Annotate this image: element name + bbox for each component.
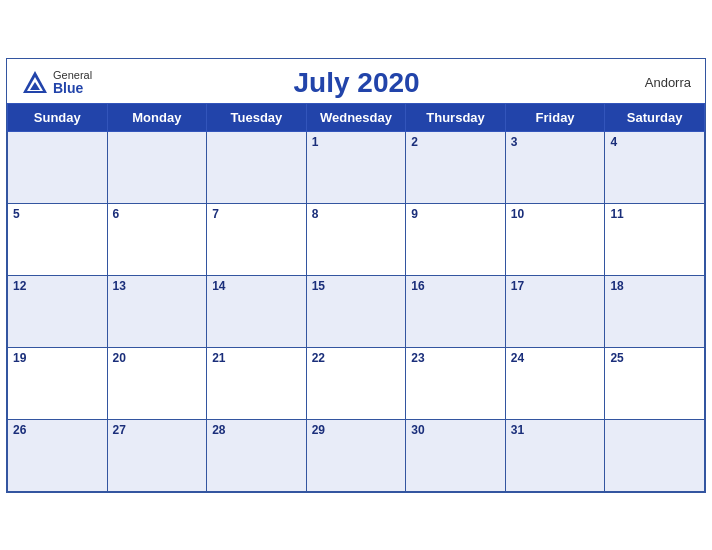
calendar-week-row: 1234 xyxy=(8,131,705,203)
calendar-cell: 18 xyxy=(605,275,705,347)
calendar-cell: 12 xyxy=(8,275,108,347)
calendar-cell: 25 xyxy=(605,347,705,419)
calendar-cell: 20 xyxy=(107,347,207,419)
calendar-cell: 5 xyxy=(8,203,108,275)
day-number: 23 xyxy=(411,351,424,365)
calendar-cell: 27 xyxy=(107,419,207,491)
calendar-week-row: 12131415161718 xyxy=(8,275,705,347)
calendar-grid: Sunday Monday Tuesday Wednesday Thursday… xyxy=(7,103,705,492)
day-number: 29 xyxy=(312,423,325,437)
day-number: 20 xyxy=(113,351,126,365)
day-number: 9 xyxy=(411,207,418,221)
header-saturday: Saturday xyxy=(605,103,705,131)
calendar-cell: 3 xyxy=(505,131,605,203)
day-number: 7 xyxy=(212,207,219,221)
day-number: 31 xyxy=(511,423,524,437)
day-number: 8 xyxy=(312,207,319,221)
calendar-cell: 19 xyxy=(8,347,108,419)
calendar-cell: 4 xyxy=(605,131,705,203)
day-number: 25 xyxy=(610,351,623,365)
day-number: 5 xyxy=(13,207,20,221)
calendar-cell: 29 xyxy=(306,419,406,491)
day-number: 4 xyxy=(610,135,617,149)
header-tuesday: Tuesday xyxy=(207,103,307,131)
calendar-cell: 7 xyxy=(207,203,307,275)
calendar-week-row: 262728293031 xyxy=(8,419,705,491)
calendar-cell: 8 xyxy=(306,203,406,275)
calendar-cell: 31 xyxy=(505,419,605,491)
day-number: 13 xyxy=(113,279,126,293)
calendar-week-row: 567891011 xyxy=(8,203,705,275)
day-number: 16 xyxy=(411,279,424,293)
calendar-cell xyxy=(605,419,705,491)
calendar-cell: 10 xyxy=(505,203,605,275)
calendar-body: 1234567891011121314151617181920212223242… xyxy=(8,131,705,491)
calendar-cell: 6 xyxy=(107,203,207,275)
calendar-cell: 17 xyxy=(505,275,605,347)
calendar-cell: 21 xyxy=(207,347,307,419)
day-number: 1 xyxy=(312,135,319,149)
day-number: 24 xyxy=(511,351,524,365)
logo-area: General Blue xyxy=(21,69,92,97)
logo-text: General Blue xyxy=(53,70,92,95)
calendar-header: General Blue July 2020 Andorra xyxy=(7,59,705,103)
calendar-cell: 28 xyxy=(207,419,307,491)
day-number: 28 xyxy=(212,423,225,437)
calendar-cell: 26 xyxy=(8,419,108,491)
day-number: 22 xyxy=(312,351,325,365)
day-number: 19 xyxy=(13,351,26,365)
day-number: 14 xyxy=(212,279,225,293)
day-number: 15 xyxy=(312,279,325,293)
day-number: 10 xyxy=(511,207,524,221)
day-number: 30 xyxy=(411,423,424,437)
calendar-cell xyxy=(8,131,108,203)
day-number: 27 xyxy=(113,423,126,437)
header-monday: Monday xyxy=(107,103,207,131)
logo-icon xyxy=(21,69,49,97)
header-sunday: Sunday xyxy=(8,103,108,131)
calendar-cell: 1 xyxy=(306,131,406,203)
day-number: 26 xyxy=(13,423,26,437)
calendar-cell: 11 xyxy=(605,203,705,275)
calendar-cell: 9 xyxy=(406,203,506,275)
calendar-cell: 24 xyxy=(505,347,605,419)
day-number: 12 xyxy=(13,279,26,293)
month-title: July 2020 xyxy=(92,67,621,99)
logo-blue-label: Blue xyxy=(53,81,92,95)
calendar-cell: 23 xyxy=(406,347,506,419)
day-number: 17 xyxy=(511,279,524,293)
calendar-container: General Blue July 2020 Andorra Sunday Mo… xyxy=(6,58,706,493)
calendar-week-row: 19202122232425 xyxy=(8,347,705,419)
header-thursday: Thursday xyxy=(406,103,506,131)
calendar-cell: 13 xyxy=(107,275,207,347)
country-label: Andorra xyxy=(621,75,691,90)
day-number: 2 xyxy=(411,135,418,149)
calendar-cell: 15 xyxy=(306,275,406,347)
day-number: 6 xyxy=(113,207,120,221)
calendar-cell: 30 xyxy=(406,419,506,491)
day-number: 11 xyxy=(610,207,623,221)
calendar-cell: 16 xyxy=(406,275,506,347)
header-wednesday: Wednesday xyxy=(306,103,406,131)
calendar-cell xyxy=(207,131,307,203)
day-number: 21 xyxy=(212,351,225,365)
calendar-cell xyxy=(107,131,207,203)
calendar-cell: 22 xyxy=(306,347,406,419)
calendar-cell: 14 xyxy=(207,275,307,347)
day-number: 18 xyxy=(610,279,623,293)
weekday-header-row: Sunday Monday Tuesday Wednesday Thursday… xyxy=(8,103,705,131)
header-friday: Friday xyxy=(505,103,605,131)
day-number: 3 xyxy=(511,135,518,149)
calendar-cell: 2 xyxy=(406,131,506,203)
